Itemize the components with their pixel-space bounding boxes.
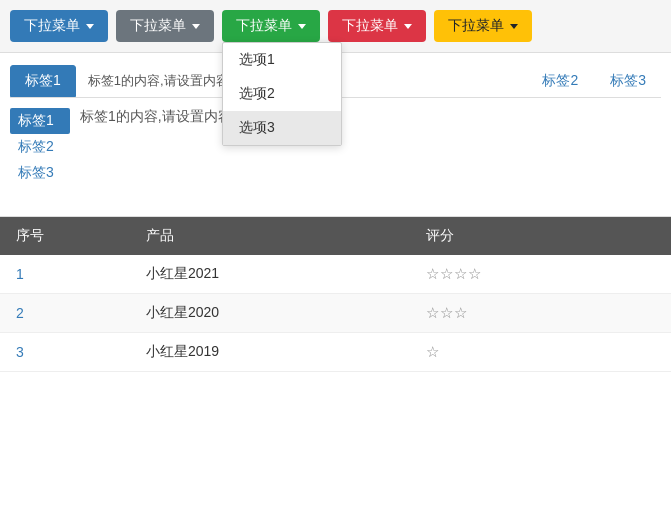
dropdown-item-2[interactable]: 选项2 xyxy=(223,77,341,111)
dropdown-btn-1-label: 下拉菜单 xyxy=(24,17,80,35)
table-row: 2 小红星2020 ☆☆☆ xyxy=(0,294,671,333)
cell-product-1: 小红星2020 xyxy=(130,294,410,333)
dropdown-wrap-1: 下拉菜单 xyxy=(10,10,108,42)
cell-product-2: 小红星2019 xyxy=(130,333,410,372)
dropdown-item-3[interactable]: 选项3 xyxy=(223,111,341,145)
col-header-seq: 序号 xyxy=(0,217,130,255)
dropdown-caret-3 xyxy=(298,24,306,29)
cell-seq-2: 3 xyxy=(0,333,130,372)
cell-seq-0: 1 xyxy=(0,255,130,294)
dropdown-caret-4 xyxy=(404,24,412,29)
tabs-vertical-nav: 标签1 标签2 标签3 xyxy=(10,108,70,186)
cell-seq-1: 2 xyxy=(0,294,130,333)
cell-stars-0: ☆☆☆☆ xyxy=(410,255,671,294)
toolbar: 下拉菜单 下拉菜单 下拉菜单 选项1 选项2 选项3 下拉菜单 下拉菜单 xyxy=(0,0,671,53)
data-table: 序号 产品 评分 1 小红星2021 ☆☆☆☆ 2 小红星2020 ☆☆☆ 3 … xyxy=(0,217,671,372)
tab-v-3[interactable]: 标签3 xyxy=(10,160,70,186)
cell-stars-2: ☆ xyxy=(410,333,671,372)
table-row: 3 小红星2019 ☆ xyxy=(0,333,671,372)
col-header-product: 产品 xyxy=(130,217,410,255)
dropdown-caret-1 xyxy=(86,24,94,29)
dropdown-btn-1[interactable]: 下拉菜单 xyxy=(10,10,108,42)
dropdown-caret-5 xyxy=(510,24,518,29)
dropdown-caret-2 xyxy=(192,24,200,29)
col-header-rating: 评分 xyxy=(410,217,671,255)
dropdown-btn-5-label: 下拉菜单 xyxy=(448,17,504,35)
dropdown-btn-2[interactable]: 下拉菜单 xyxy=(116,10,214,42)
dropdown-btn-4[interactable]: 下拉菜单 xyxy=(328,10,426,42)
tab-h-3[interactable]: 标签3 xyxy=(595,65,661,97)
dropdown-btn-3-label: 下拉菜单 xyxy=(236,17,292,35)
dropdown-btn-4-label: 下拉菜单 xyxy=(342,17,398,35)
table-header-row: 序号 产品 评分 xyxy=(0,217,671,255)
table-row: 1 小红星2021 ☆☆☆☆ xyxy=(0,255,671,294)
dropdown-btn-2-label: 下拉菜单 xyxy=(130,17,186,35)
dropdown-wrap-4: 下拉菜单 xyxy=(328,10,426,42)
dropdown-wrap-3: 下拉菜单 选项1 选项2 选项3 xyxy=(222,10,320,42)
dropdown-wrap-2: 下拉菜单 xyxy=(116,10,214,42)
dropdown-btn-3[interactable]: 下拉菜单 xyxy=(222,10,320,42)
cell-stars-1: ☆☆☆ xyxy=(410,294,671,333)
dropdown-item-1[interactable]: 选项1 xyxy=(223,43,341,77)
dropdown-btn-5[interactable]: 下拉菜单 xyxy=(434,10,532,42)
tab-h-1[interactable]: 标签1 xyxy=(10,65,76,97)
cell-product-0: 小红星2021 xyxy=(130,255,410,294)
dropdown-wrap-5: 下拉菜单 xyxy=(434,10,532,42)
tab-v-2[interactable]: 标签2 xyxy=(10,134,70,160)
tab-v-1[interactable]: 标签1 xyxy=(10,108,70,134)
tab-h-2[interactable]: 标签2 xyxy=(527,65,593,97)
dropdown-menu-3: 选项1 选项2 选项3 xyxy=(222,42,342,146)
table-section: 序号 产品 评分 1 小红星2021 ☆☆☆☆ 2 小红星2020 ☆☆☆ 3 … xyxy=(0,216,671,372)
tab-vertical-content: 标签1的内容,请设置内容页面 xyxy=(70,108,661,186)
